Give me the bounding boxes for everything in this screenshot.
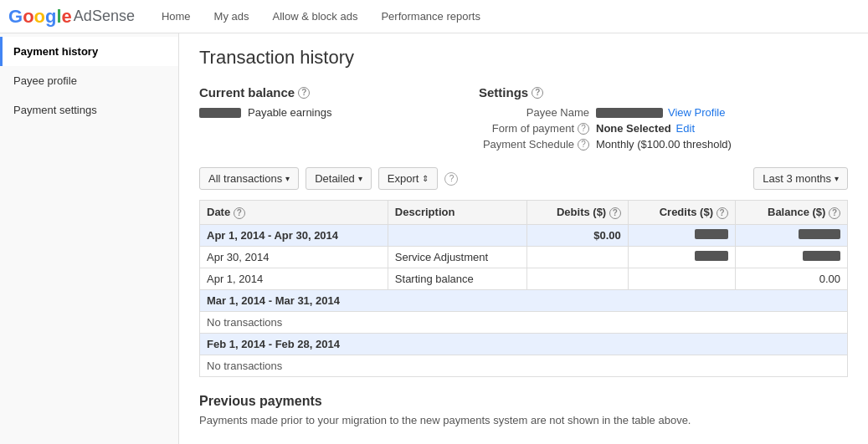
row-date: Apr 1, 2014 [200, 268, 388, 289]
credits-help-icon[interactable]: ? [716, 207, 728, 219]
sidebar-item-payment-history[interactable]: Payment history [0, 37, 178, 66]
svc-adj-balance-redacted [803, 251, 840, 261]
settings-heading: Settings ? [479, 85, 848, 100]
sidebar-item-payment-settings[interactable]: Payment settings [0, 95, 178, 125]
payee-name-label: Payee Name [479, 106, 596, 119]
view-profile-link[interactable]: View Profile [668, 106, 725, 119]
nav-allow-block-ads[interactable]: Allow & block ads [263, 5, 368, 28]
payment-schedule-label: Payment Schedule ? [479, 138, 596, 151]
toolbar: All transactions ▾ Detailed ▾ Export ⇕ ?… [199, 167, 848, 190]
nav-my-ads[interactable]: My ads [204, 5, 259, 28]
payee-name-value: View Profile [596, 106, 725, 119]
main-layout: Payment history Payee profile Payment se… [0, 33, 868, 444]
svc-adj-credits-redacted [695, 251, 728, 261]
payment-schedule-value: Monthly ($100.00 threshold) [596, 138, 732, 151]
nav-home[interactable]: Home [152, 5, 201, 28]
row-date: Apr 30, 2014 [200, 246, 388, 268]
top-nav-links: Home My ads Allow & block ads Performanc… [152, 5, 490, 28]
row-debits [526, 246, 628, 268]
form-payment-label: Form of payment ? [479, 122, 596, 135]
settings-payee-name-row: Payee Name View Profile [479, 106, 848, 119]
balance-help-icon-col[interactable]: ? [829, 207, 840, 219]
toolbar-right: Last 3 months ▾ [753, 167, 848, 190]
row-description: Service Adjustment [388, 246, 526, 268]
table-row: No transactions [200, 311, 848, 333]
row-credits [628, 246, 735, 268]
date-help-icon[interactable]: ? [234, 207, 245, 219]
period-balance [735, 224, 847, 246]
settings-section: Settings ? Payee Name View Profile [479, 85, 848, 154]
no-transactions-label: No transactions [200, 311, 848, 333]
apr-credits-redacted [695, 229, 728, 239]
form-payment-help-icon[interactable]: ? [578, 123, 589, 135]
table-row: Apr 1, 2014 - Apr 30, 2014 $0.00 [200, 224, 848, 246]
all-transactions-button[interactable]: All transactions ▾ [199, 167, 299, 190]
period-debits: $0.00 [526, 224, 628, 246]
edit-form-payment-link[interactable]: Edit [676, 122, 695, 135]
col-description: Description [388, 201, 526, 225]
row-debits [526, 268, 628, 289]
detailed-button[interactable]: Detailed ▾ [306, 167, 372, 190]
payment-schedule-help-icon[interactable]: ? [578, 139, 589, 151]
toolbar-help-icon[interactable]: ? [444, 172, 458, 186]
main-content: Transaction history Current balance ? Pa… [179, 33, 868, 444]
table-row: Apr 1, 2014 Starting balance 0.00 [200, 268, 848, 289]
period-label: Mar 1, 2014 - Mar 31, 2014 [200, 289, 848, 311]
col-debits: Debits ($) ? [526, 201, 628, 225]
settings-form-payment-row: Form of payment ? None Selected Edit [479, 122, 848, 135]
period-desc [388, 224, 526, 246]
top-section: Current balance ? Payable earnings Setti… [199, 85, 848, 154]
nav-performance-reports[interactable]: Performance reports [371, 5, 490, 28]
balance-value-redacted [199, 108, 241, 118]
col-credits: Credits ($) ? [628, 201, 735, 225]
row-balance: 0.00 [735, 268, 847, 289]
all-transactions-chevron: ▾ [285, 174, 290, 183]
col-balance: Balance ($) ? [735, 201, 847, 225]
settings-payment-schedule-row: Payment Schedule ? Monthly ($100.00 thre… [479, 138, 848, 151]
col-date: Date ? [200, 201, 388, 225]
debits-help-icon[interactable]: ? [609, 207, 621, 219]
detailed-chevron: ▾ [358, 174, 362, 183]
payee-name-redacted [596, 108, 663, 118]
row-credits [628, 268, 735, 289]
period-date: Apr 1, 2014 - Apr 30, 2014 [200, 224, 388, 246]
balance-section: Current balance ? Payable earnings [199, 85, 445, 154]
export-button[interactable]: Export ⇕ [378, 167, 439, 190]
form-payment-value: None Selected Edit [596, 122, 695, 135]
row-balance [735, 246, 847, 268]
settings-help-icon[interactable]: ? [532, 87, 543, 99]
transaction-table: Date ? Description Debits ($) ? Credits … [199, 200, 848, 377]
previous-payments-section: Previous payments Payments made prior to… [199, 394, 848, 426]
export-chevron: ⇕ [422, 174, 429, 183]
previous-payments-description: Payments made prior to your migration to… [199, 414, 848, 426]
sidebar: Payment history Payee profile Payment se… [0, 33, 179, 444]
apr-balance-redacted [799, 229, 840, 239]
sidebar-item-payee-profile[interactable]: Payee profile [0, 66, 178, 95]
last-3-months-button[interactable]: Last 3 months ▾ [753, 167, 848, 190]
period-label: Feb 1, 2014 - Feb 28, 2014 [200, 333, 848, 355]
logo-area: Google AdSense [8, 6, 135, 28]
table-row: No transactions [200, 355, 848, 376]
balance-help-icon[interactable]: ? [298, 87, 310, 99]
page-title: Transaction history [199, 47, 848, 69]
table-row: Mar 1, 2014 - Mar 31, 2014 [200, 289, 848, 311]
table-row: Feb 1, 2014 - Feb 28, 2014 [200, 333, 848, 355]
table-header-row: Date ? Description Debits ($) ? Credits … [200, 201, 848, 225]
balance-amount: Payable earnings [199, 106, 445, 119]
period-credits [628, 224, 735, 246]
adsense-logo: AdSense [74, 8, 135, 25]
google-logo: Google [8, 6, 72, 28]
settings-table: Payee Name View Profile Form of payment … [479, 106, 848, 151]
balance-heading: Current balance ? [199, 85, 445, 100]
last-3-months-chevron: ▾ [835, 174, 839, 183]
top-navigation: Google AdSense Home My ads Allow & block… [0, 0, 868, 33]
no-transactions-label: No transactions [200, 355, 848, 376]
row-description: Starting balance [388, 268, 526, 289]
table-row: Apr 30, 2014 Service Adjustment [200, 246, 848, 268]
previous-payments-title: Previous payments [199, 394, 848, 409]
